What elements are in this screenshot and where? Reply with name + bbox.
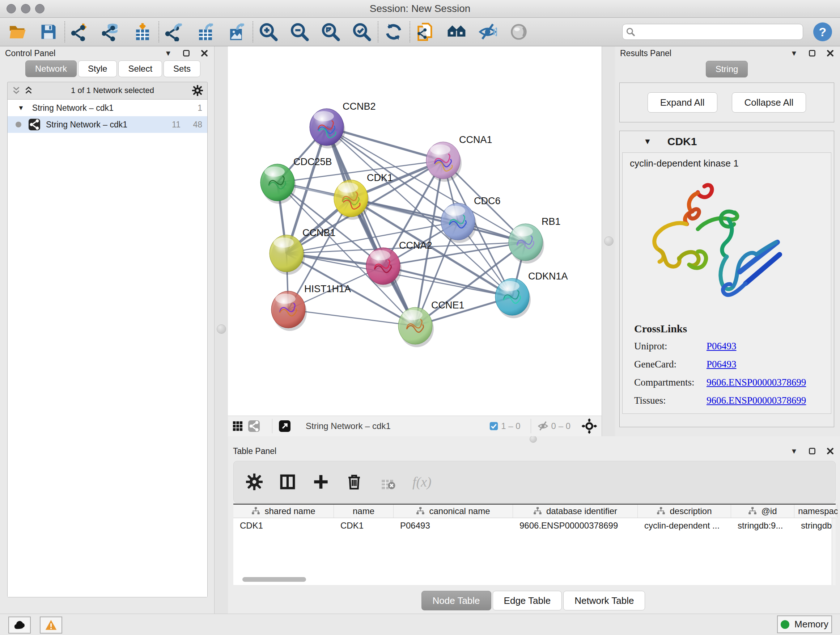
search-input[interactable] (635, 27, 799, 37)
edge-CCNB2-CCNE1[interactable] (327, 127, 415, 326)
node-CCNA1[interactable]: CCNA1 (426, 134, 493, 182)
open-icon[interactable] (8, 22, 27, 41)
main-toolbar: ? (0, 18, 840, 46)
tab-node-table[interactable]: Node Table (422, 591, 491, 610)
table-horizontal-scrollbar[interactable] (242, 577, 306, 582)
table-cell[interactable]: CDK1 (334, 521, 393, 531)
expand-all-button[interactable]: Expand All (647, 92, 717, 112)
network-canvas[interactable]: CCNB2 CCNA1 CDC25B CDK1 CDC6 (228, 46, 602, 416)
show-columns-icon[interactable] (279, 473, 296, 490)
fit-selected-crosshair-icon[interactable] (581, 418, 597, 434)
delete-column-icon[interactable] (346, 473, 363, 490)
node-CDC6[interactable]: CDC6 (441, 195, 501, 243)
tab-select[interactable]: Select (118, 60, 162, 77)
network-tree-row-collection[interactable]: ▼ String Network – cdk1 1 (8, 100, 207, 116)
table-cell[interactable]: stringdb (794, 521, 832, 531)
table-cell[interactable]: stringdb:9... (731, 521, 794, 531)
share-document-icon[interactable] (416, 22, 435, 41)
table-vertical-scrollbar[interactable] (832, 518, 836, 585)
tab-edge-table[interactable]: Edge Table (493, 591, 562, 610)
left-splitter[interactable] (214, 46, 229, 614)
string-home-icon[interactable] (447, 22, 466, 41)
node-CDKN1A[interactable]: CDKN1A (495, 271, 568, 318)
tab-sets[interactable]: Sets (164, 60, 201, 77)
export-image-icon[interactable] (227, 22, 246, 41)
export-table-icon[interactable] (196, 22, 215, 41)
warnings-button[interactable] (40, 616, 62, 633)
column-header--id[interactable]: @id (731, 505, 794, 518)
tab-style[interactable]: Style (78, 60, 117, 77)
expand-all-networks-icon[interactable] (12, 86, 21, 95)
collection-expander-icon[interactable]: ▼ (18, 104, 24, 112)
collapse-all-button[interactable]: Collapse All (732, 92, 806, 112)
import-network-icon[interactable] (71, 22, 90, 41)
crosslink-link[interactable]: 9606.ENSP00000378699 (706, 395, 806, 406)
zoom-fit-icon[interactable] (321, 22, 340, 41)
save-icon[interactable] (39, 22, 58, 41)
zoom-selected-icon[interactable] (352, 22, 371, 41)
right-splitter[interactable] (602, 46, 615, 436)
float-table-panel-icon[interactable] (807, 447, 817, 456)
detach-view-icon[interactable] (279, 420, 291, 432)
show-graphics-details-icon[interactable] (509, 22, 528, 41)
column-header-namespac[interactable]: namespac (794, 505, 838, 518)
collapse-panel-icon[interactable]: ▼ (164, 49, 173, 58)
birds-eye-view-icon[interactable] (232, 421, 243, 432)
crosslink-link[interactable]: P06493 (706, 413, 737, 414)
table-cell[interactable]: 9606.ENSP00000378699 (513, 521, 638, 531)
network-tree-row-network[interactable]: String Network – cdk1 11 48 (8, 116, 207, 133)
close-panel-icon[interactable] (200, 49, 209, 58)
left-splitter-handle[interactable] (217, 325, 226, 334)
zoom-out-icon[interactable] (290, 22, 309, 41)
string-network-graph[interactable]: CCNB2 CCNA1 CDC25B CDK1 CDC6 (228, 46, 602, 416)
tab-network-table[interactable]: Network Table (563, 591, 645, 610)
node-HIST1H1A[interactable]: HIST1H1A (271, 283, 351, 331)
zoom-in-icon[interactable] (259, 22, 278, 41)
node-RB1[interactable]: RB1 (508, 216, 561, 264)
import-database-icon[interactable] (102, 22, 121, 41)
help-button[interactable]: ? (813, 22, 832, 41)
crosslink-label: Compartments: (634, 377, 706, 388)
crosslink-link[interactable]: P06493 (706, 340, 737, 352)
column-header-description[interactable]: description (638, 505, 731, 518)
node-label-CDC6: CDC6 (474, 195, 501, 206)
search-box[interactable] (622, 24, 803, 40)
table-cell[interactable]: P06493 (393, 521, 513, 531)
collapse-results-icon[interactable]: ▼ (789, 49, 799, 58)
protein-details-box: ▼ CDK1 cyclin-dependent kinase 1 (619, 131, 834, 427)
table-row[interactable]: CDK1CDK1P064939606.ENSP00000378699cyclin… (233, 518, 832, 533)
network-options-gear-icon[interactable] (192, 85, 203, 96)
collapse-protein-icon[interactable]: ▼ (644, 137, 652, 146)
edge-HIST1H1A-CCNE1[interactable] (288, 310, 415, 326)
collapse-table-panel-icon[interactable]: ▼ (789, 447, 799, 456)
float-panel-icon[interactable] (182, 49, 191, 58)
cloud-button[interactable] (8, 616, 31, 633)
crosslink-link[interactable]: 9606.ENSP00000378699 (706, 377, 806, 388)
selected-count-checkbox-icon[interactable] (489, 422, 498, 431)
add-column-icon[interactable] (313, 473, 329, 490)
tab-network[interactable]: Network (25, 60, 77, 77)
hide-selected-icon[interactable] (478, 22, 497, 41)
collapse-all-networks-icon[interactable] (24, 86, 33, 95)
column-header-canonical-name[interactable]: canonical name (393, 505, 513, 518)
bottom-splitter[interactable] (228, 436, 840, 444)
tab-string[interactable]: String (706, 61, 748, 78)
refresh-icon[interactable] (384, 22, 403, 41)
export-network-icon[interactable] (165, 22, 184, 41)
memory-button[interactable]: Memory (777, 616, 832, 633)
column-header-shared-name[interactable]: shared name (233, 505, 334, 518)
table-options-gear-icon[interactable] (246, 473, 263, 490)
column-header-database-identifier[interactable]: database identifier (513, 505, 638, 518)
import-table-icon[interactable] (133, 22, 152, 41)
right-splitter-handle[interactable] (604, 236, 614, 246)
table-cell[interactable]: cyclin-dependent ... (638, 521, 731, 531)
column-header-name[interactable]: name (334, 505, 393, 518)
close-table-panel-icon[interactable] (826, 447, 835, 456)
node-CCNE1[interactable]: CCNE1 (398, 300, 464, 347)
crosslink-link[interactable]: P06493 (706, 359, 737, 370)
close-results-icon[interactable] (826, 49, 835, 58)
table-cell[interactable]: CDK1 (233, 521, 334, 531)
float-results-icon[interactable] (807, 49, 817, 58)
string-network-icon[interactable] (248, 420, 260, 432)
bottom-splitter-handle[interactable] (530, 435, 537, 443)
